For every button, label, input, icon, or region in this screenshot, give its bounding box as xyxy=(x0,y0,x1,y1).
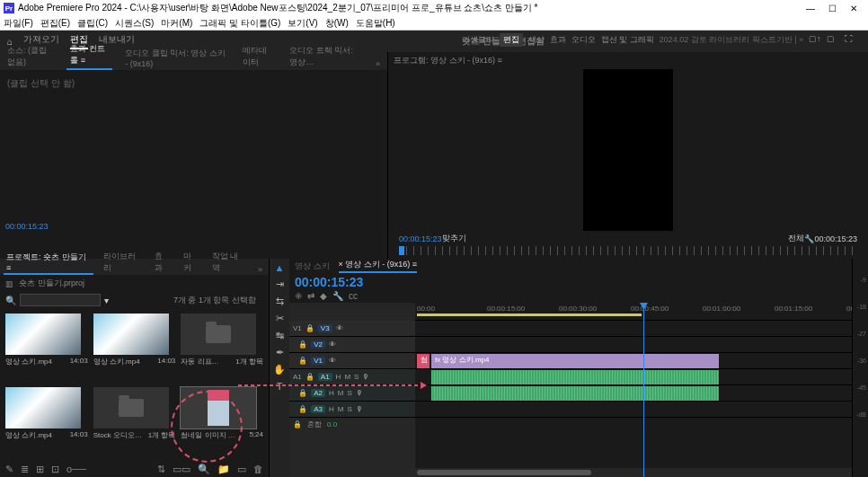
filter-icon[interactable]: ▾ xyxy=(104,296,109,305)
new-bin-icon[interactable]: 📁 xyxy=(217,464,230,475)
playhead[interactable] xyxy=(643,303,644,477)
ws-color[interactable]: 색상 xyxy=(528,34,545,46)
maximize-button[interactable]: ☐ xyxy=(821,4,843,13)
freeform-icon[interactable]: ⊡ xyxy=(51,464,59,475)
search-input[interactable] xyxy=(20,294,101,306)
menu-clip[interactable]: 클립(C) xyxy=(77,17,108,30)
tab-markers[interactable]: 마커 xyxy=(181,250,202,275)
tab-project[interactable]: 프로젝트: 숏츠 만들기 ≡ xyxy=(4,251,93,275)
track-a1[interactable]: A1🔒A1HMS🎙 xyxy=(289,369,415,385)
menu-sequence[interactable]: 시퀀스(S) xyxy=(115,17,154,30)
tab-history[interactable]: 작업 내역 xyxy=(209,250,248,275)
tab-effects[interactable]: 효과 xyxy=(152,250,173,275)
source-timecode[interactable]: 00:00:15:23 xyxy=(5,222,49,231)
clip-audio-a1[interactable] xyxy=(431,370,719,384)
ws-edit[interactable]: 편집 xyxy=(500,33,523,47)
audio-master[interactable]: 🔒혼합0.0 xyxy=(289,418,415,430)
program-timecode[interactable]: 00:00:15:23 xyxy=(399,234,442,243)
settings-icon[interactable]: 🔧 xyxy=(332,291,343,301)
tab-metadata[interactable]: 메타데이터 xyxy=(239,43,278,70)
ws-assembly[interactable]: 어셈블리 xyxy=(462,34,494,46)
titlebar: Pr Adobe Premiere Pro 2024 - C:\사용자\user… xyxy=(0,0,868,16)
quick-export-icon[interactable]: ▢ xyxy=(827,34,839,47)
find-icon[interactable]: 🔍 xyxy=(198,464,210,475)
timeline-ruler-area[interactable]: 00:00 00:00:15:00 00:00:30:00 00:00:45:0… xyxy=(415,303,852,477)
trash-icon[interactable]: 🗑 xyxy=(253,464,263,474)
timeline-timecode[interactable]: 00:00:15:23 xyxy=(295,275,846,289)
clip-image[interactable]: 썸 xyxy=(417,354,430,368)
menu-help[interactable]: 도움말(H) xyxy=(356,17,395,30)
program-ruler[interactable] xyxy=(399,246,857,255)
zoom-slider[interactable]: o── xyxy=(66,464,86,474)
menu-file[interactable]: 파일(F) xyxy=(4,17,33,30)
search-icon[interactable]: 🔍 xyxy=(5,296,16,305)
fullscreen-icon[interactable]: ⛶ xyxy=(845,34,857,47)
marker-icon[interactable]: ◆ xyxy=(320,291,327,301)
project-item[interactable]: 영상 스키.mp414:03 xyxy=(93,314,176,382)
auto-seq-icon[interactable]: ▭▭ xyxy=(173,464,190,475)
menu-edit[interactable]: 편집(E) xyxy=(40,17,70,30)
program-zoom[interactable]: 전체 xyxy=(788,233,804,244)
audio-meter[interactable]: -9 -18 -27 -36 -45 -dB xyxy=(852,259,868,477)
clip-audio-a2[interactable] xyxy=(431,386,719,401)
razor-tool-icon[interactable]: ✂ xyxy=(276,313,284,324)
bin-icon[interactable]: ▥ xyxy=(5,279,13,288)
type-tool-icon[interactable]: T xyxy=(277,381,283,392)
list-view-icon[interactable]: ≣ xyxy=(21,464,29,475)
project-item-selected[interactable]: 썸네일 이미지 …5;24 xyxy=(181,387,263,455)
snap-icon[interactable]: ⁜ xyxy=(295,291,302,301)
program-fit[interactable]: 맞추기 xyxy=(442,233,466,244)
timeline-ruler[interactable]: 00:00 00:00:15:00 00:00:30:00 00:00:45:0… xyxy=(415,303,852,321)
tab-source[interactable]: 소스: (클립 없음) xyxy=(4,43,58,70)
menu-graphics[interactable]: 그래픽 및 타이틀(G) xyxy=(199,17,280,30)
minimize-button[interactable]: — xyxy=(800,4,821,13)
track-a2[interactable]: 🔒A2HMS🎙 xyxy=(289,385,415,402)
ws-audio[interactable]: 오디오 xyxy=(571,34,596,46)
icon-view-icon[interactable]: ⊞ xyxy=(36,464,44,475)
sequence-tab[interactable]: × 영상 스키 - (9x16) ≡ xyxy=(339,259,418,273)
work-area[interactable] xyxy=(417,314,642,316)
close-button[interactable]: ✕ xyxy=(843,4,864,13)
track-headers: V1🔒V3👁 🔒V2👁 🔒V1👁 A1🔒A1HMS🎙 🔒A2HMS🎙 🔒A3HM… xyxy=(289,303,415,477)
seq-label[interactable]: 영상 스키 xyxy=(295,261,330,272)
rw-icon[interactable]: ✎ xyxy=(5,464,13,475)
menu-window[interactable]: 창(W) xyxy=(325,17,349,30)
program-monitor[interactable] xyxy=(388,69,868,231)
wrench-icon[interactable]: 🔧 xyxy=(804,234,814,243)
tab-libraries[interactable]: 라이브러리 xyxy=(101,250,146,275)
ws-effects[interactable]: 효과 xyxy=(550,34,566,46)
linked-sel-icon[interactable]: ⇄ xyxy=(307,291,314,301)
track-select-tool-icon[interactable]: ⇥ xyxy=(276,278,284,290)
project-item[interactable]: 자동 리프…1개 항목 xyxy=(181,314,263,382)
slip-tool-icon[interactable]: ↹ xyxy=(276,330,284,341)
sort-icon[interactable]: ⇅ xyxy=(157,464,165,475)
track-a3[interactable]: 🔒A3HMS🎙 xyxy=(289,402,415,418)
tab-audio-clip-mixer[interactable]: 오디오 클립 믹서: 영상 스키 - (9x16) xyxy=(121,46,229,70)
tab-effect-controls[interactable]: 효과 컨트롤 ≡ xyxy=(66,41,112,70)
project-item[interactable]: Stock 오디오…1개 항목 xyxy=(93,387,176,455)
tab-audio-track-mixer[interactable]: 오디오 트랙 믹서: 영상… xyxy=(286,43,363,70)
track-v3[interactable]: V1🔒V3👁 xyxy=(289,321,415,337)
menu-marker[interactable]: 마커(M) xyxy=(161,17,192,30)
project-item[interactable]: 영상 스키.mp414:03 xyxy=(5,314,88,382)
track-v1[interactable]: 🔒V1👁 xyxy=(289,353,415,369)
project-grid[interactable]: 영상 스키.mp414:03 영상 스키.mp414:03 자동 리프…1개 항… xyxy=(0,308,269,461)
cc-icon[interactable]: cc xyxy=(349,291,358,301)
selection-tool-icon[interactable]: ▲ xyxy=(275,262,285,273)
timeline-zoom-scrollbar[interactable] xyxy=(415,468,852,477)
new-item-icon[interactable]: ▭ xyxy=(237,464,246,475)
tab-overflow[interactable]: » xyxy=(255,264,265,275)
app-icon: Pr xyxy=(4,3,14,13)
hand-tool-icon[interactable]: ✋ xyxy=(273,364,286,375)
pen-tool-icon[interactable]: ✒ xyxy=(276,347,284,358)
export-icon[interactable]: ▢↑ xyxy=(809,34,821,47)
tab-overflow[interactable]: » xyxy=(372,57,384,70)
program-header[interactable]: 프로그램: 영상 스키 - (9x16) ≡ xyxy=(388,52,868,69)
ws-captions[interactable]: 캡션 및 그래픽 xyxy=(601,34,654,46)
menu-view[interactable]: 보기(V) xyxy=(288,17,317,30)
clip-video[interactable]: fx 영상 스키.mp4 xyxy=(431,354,719,368)
track-v2[interactable]: 🔒V2👁 xyxy=(289,337,415,353)
ripple-tool-icon[interactable]: ⇆ xyxy=(276,296,284,307)
project-item[interactable]: 영상 스키.mp414:03 xyxy=(5,387,88,455)
ws-extra[interactable]: 2024.02 검토 라이브러리 픽스트기반 | » xyxy=(660,34,803,46)
